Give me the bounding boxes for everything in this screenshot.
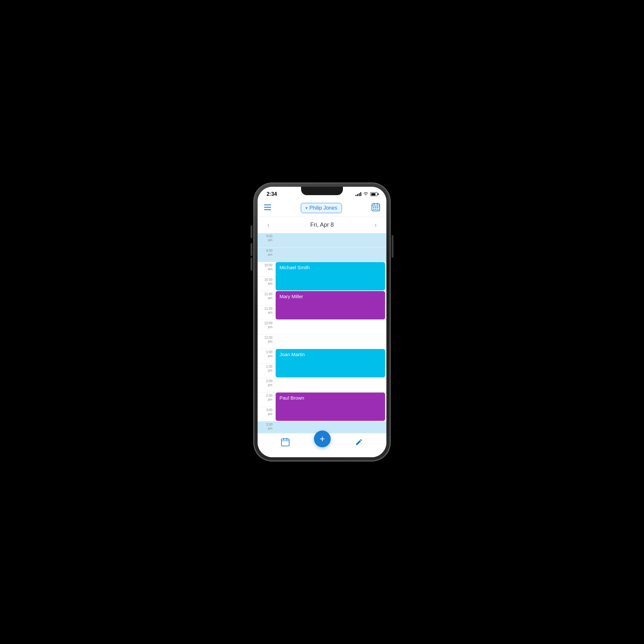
svg-rect-12 bbox=[377, 209, 378, 210]
time-slot-content bbox=[274, 421, 386, 433]
time-slot-content bbox=[274, 248, 386, 262]
time-slot-content: Mary Miller bbox=[274, 291, 386, 305]
user-selector[interactable]: ▾ Philip Jones bbox=[301, 203, 342, 213]
appointment-joan-martin[interactable]: Joan Martin bbox=[276, 349, 385, 377]
time-label: 10:00am bbox=[258, 262, 274, 276]
time-label: 9:00am bbox=[258, 233, 274, 247]
time-row: 2:00pm bbox=[258, 378, 386, 393]
svg-rect-8 bbox=[375, 207, 376, 208]
battery-icon bbox=[370, 192, 377, 196]
time-row: 10:00am Michael Smith bbox=[258, 262, 386, 277]
appointment-paul-brown[interactable]: Paul Brown bbox=[276, 393, 385, 421]
time-label: 12:30pm bbox=[258, 335, 274, 349]
time-label: 2:00pm bbox=[258, 378, 274, 392]
svg-rect-2 bbox=[264, 209, 271, 210]
time-label: 10:30am bbox=[258, 277, 274, 291]
time-grid: 9:00am 9:30am 10:00am bbox=[258, 233, 386, 433]
svg-rect-11 bbox=[375, 209, 376, 210]
time-slot-content: Michael Smith bbox=[274, 262, 386, 276]
time-label: 12:00pm bbox=[258, 320, 274, 334]
menu-button[interactable] bbox=[263, 203, 272, 213]
time-label: 3:00pm bbox=[258, 407, 274, 421]
app-header: ▾ Philip Jones bbox=[258, 199, 386, 217]
calendar-tab-button[interactable] bbox=[278, 437, 293, 448]
svg-rect-7 bbox=[373, 207, 374, 208]
time-row: 9:30am bbox=[258, 248, 386, 262]
time-label: 1:00pm bbox=[258, 349, 274, 363]
chevron-down-icon: ▾ bbox=[306, 206, 308, 210]
appointment-name: Mary Miller bbox=[279, 294, 303, 299]
signal-icon bbox=[355, 192, 361, 196]
svg-rect-9 bbox=[377, 207, 378, 208]
appointment-name: Michael Smith bbox=[279, 265, 310, 270]
fab-add-button[interactable]: + bbox=[314, 431, 331, 447]
status-icons bbox=[355, 192, 377, 197]
appointment-michael-smith[interactable]: Michael Smith bbox=[276, 262, 385, 290]
phone-frame: 2:34 bbox=[254, 184, 390, 460]
prev-day-button[interactable]: ‹ bbox=[264, 220, 273, 230]
appointment-mary-miller[interactable]: Mary Miller bbox=[276, 291, 385, 319]
time-label: 11:00am bbox=[258, 291, 274, 305]
phone-screen: 2:34 bbox=[258, 187, 386, 457]
time-row: 12:00pm bbox=[258, 320, 386, 335]
time-row: 12:30pm bbox=[258, 335, 386, 349]
time-label: 2:30pm bbox=[258, 393, 274, 407]
time-row: 2:30pm Paul Brown bbox=[258, 393, 386, 407]
bottom-tab-bar: + bbox=[258, 433, 386, 457]
time-label: 1:30pm bbox=[258, 364, 274, 378]
time-row: 1:00pm Joan Martin bbox=[258, 349, 386, 364]
calendar-scroll-area[interactable]: 9:00am 9:30am 10:00am bbox=[258, 233, 386, 433]
svg-rect-10 bbox=[373, 209, 374, 210]
current-date-label: Fri, Apr 8 bbox=[310, 222, 334, 228]
notch bbox=[301, 187, 343, 195]
time-label: 3:30pm bbox=[258, 421, 274, 433]
appointment-name: Joan Martin bbox=[279, 352, 305, 357]
time-slot-content bbox=[274, 320, 386, 334]
next-day-button[interactable]: › bbox=[371, 220, 380, 230]
time-label: 11:30am bbox=[258, 306, 274, 320]
wifi-icon bbox=[363, 192, 368, 197]
time-slot-content bbox=[274, 233, 386, 247]
appointment-name: Paul Brown bbox=[279, 395, 304, 401]
time-slot-content: Joan Martin bbox=[274, 349, 386, 363]
svg-rect-0 bbox=[264, 204, 271, 205]
user-selector-name: Philip Jones bbox=[309, 205, 337, 211]
status-time: 2:34 bbox=[267, 191, 277, 197]
pencil-tab-button[interactable] bbox=[352, 437, 366, 447]
time-slot-content: Paul Brown bbox=[274, 393, 386, 407]
calendar-grid-button[interactable] bbox=[370, 202, 381, 214]
svg-rect-13 bbox=[281, 439, 289, 446]
time-slot-content bbox=[274, 335, 386, 349]
time-row: 9:00am bbox=[258, 233, 386, 248]
svg-rect-1 bbox=[264, 207, 271, 208]
date-navigation: ‹ Fri, Apr 8 › bbox=[258, 217, 386, 233]
time-label: 9:30am bbox=[258, 248, 274, 262]
time-slot-content bbox=[274, 378, 386, 392]
plus-icon: + bbox=[320, 434, 325, 443]
time-row: 11:00am Mary Miller bbox=[258, 291, 386, 306]
